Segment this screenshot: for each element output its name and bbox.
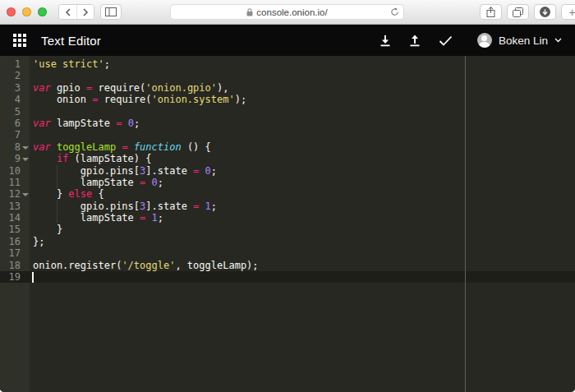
code-line[interactable]: 4 onion = require('onion.system'); [0,94,575,105]
line-number: 13 [0,201,30,212]
tabs-icon [513,7,523,17]
code-line[interactable]: 18onion.register('/toggle', toggleLamp); [0,260,575,271]
line-number: 18 [0,260,30,271]
back-button[interactable] [59,5,76,19]
url-text: console.onion.io/ [256,7,327,17]
app-header: Text Editor Boken Lin [0,25,575,56]
back-icon [65,8,71,16]
line-number: 6 [0,118,30,129]
forward-button[interactable] [76,5,94,19]
line-number: 16 [0,236,30,247]
line-number: 14 [0,212,30,224]
code-line[interactable]: 14 lampState = 1; [0,212,575,224]
code-line[interactable]: 10 gpio.pins[3].state = 0; [0,165,575,177]
history-nav [58,4,94,20]
download-file-button[interactable] [380,35,391,47]
upload-icon [409,35,421,47]
check-icon [439,35,453,46]
code-text [30,247,575,259]
fold-arrow-icon[interactable] [22,158,29,161]
line-number: 2 [0,70,30,81]
code-text: onion.register('/toggle', toggleLamp); [30,260,575,271]
downloads-button[interactable] [534,4,556,20]
code-text: var gpio = require('onion.gpio'), [30,82,575,94]
code-line[interactable]: 9 if (lampState) { [0,153,575,164]
share-button[interactable] [480,4,502,20]
code-text: }; [30,236,575,247]
code-text: 'use strict'; [30,58,575,70]
code-line[interactable]: 6var lampState = 0; [0,118,575,129]
browser-window: console.onion.io/ + Text Editor [0,0,575,392]
code-line[interactable]: 17 [0,247,575,259]
tab-overview-button[interactable] [507,4,529,20]
line-number: 19 [0,271,30,283]
lock-icon [246,8,253,16]
code-line[interactable]: 1'use strict'; [0,58,575,70]
code-editor[interactable]: 1'use strict';23var gpio = require('onio… [0,56,575,392]
code-text [30,106,575,118]
code-text [30,70,575,81]
download-icon [380,35,391,47]
downloads-icon [540,7,550,17]
line-number: 15 [0,224,30,235]
code-text [30,129,575,141]
fold-arrow-icon[interactable] [22,146,29,150]
reload-icon [390,7,399,17]
share-icon [486,7,495,17]
user-menu[interactable]: Boken Lin [477,33,562,48]
code-text [30,271,575,283]
fold-arrow-icon[interactable] [22,193,29,196]
user-name: Boken Lin [499,35,548,47]
new-tab-button[interactable]: + [561,4,575,20]
browser-toolbar: console.onion.io/ + [0,0,575,25]
forward-icon [82,8,89,16]
code-line[interactable]: 16}; [0,236,575,247]
avatar [477,33,492,48]
code-text: onion = require('onion.system'); [30,94,575,105]
code-text: } [30,224,575,235]
code-lines: 1'use strict';23var gpio = require('onio… [0,56,575,283]
window-controls [7,7,47,16]
line-number: 7 [0,129,30,141]
line-number: 17 [0,247,30,259]
app-header-actions: Boken Lin [380,33,562,48]
code-line[interactable]: 12 } else { [0,188,575,200]
chevron-down-icon [554,38,562,43]
code-line[interactable]: 7 [0,129,575,141]
code-text: var lampState = 0; [30,118,575,129]
code-text: lampState = 1; [30,212,575,224]
sidebar-toggle-button[interactable] [100,4,122,20]
code-line[interactable]: 15 } [0,224,575,235]
code-line[interactable]: 11 lampState = 0; [0,177,575,188]
address-bar[interactable]: console.onion.io/ [170,4,404,20]
sidebar-icon [105,7,117,16]
close-window-button[interactable] [7,7,16,16]
zoom-window-button[interactable] [38,7,47,16]
code-line[interactable]: 2 [0,70,575,81]
line-number: 3 [0,82,30,94]
page-title: Text Editor [41,34,101,48]
code-line[interactable]: 3var gpio = require('onion.gpio'), [0,82,575,94]
code-text: if (lampState) { [30,153,575,164]
print-margin-line [465,56,466,392]
code-line[interactable]: 13 gpio.pins[3].state = 1; [0,201,575,212]
code-text: lampState = 0; [30,177,575,188]
apps-grid-icon[interactable] [13,34,26,47]
code-text: gpio.pins[3].state = 1; [30,201,575,212]
code-text: gpio.pins[3].state = 0; [30,165,575,177]
code-line[interactable]: 5 [0,106,575,118]
line-number: 10 [0,165,30,177]
text-cursor [32,272,34,283]
code-line[interactable]: 8var toggleLamp = function () { [0,141,575,153]
upload-file-button[interactable] [409,35,421,47]
minimize-window-button[interactable] [22,7,31,16]
code-text: var toggleLamp = function () { [30,141,575,153]
toolbar-right-buttons: + [480,4,575,20]
line-number: 4 [0,94,30,105]
line-number: 11 [0,177,30,188]
reload-button[interactable] [390,7,399,19]
code-line[interactable]: 19 [0,271,575,283]
code-text: } else { [30,188,575,200]
save-check-button[interactable] [439,35,453,46]
line-number: 1 [0,58,30,70]
